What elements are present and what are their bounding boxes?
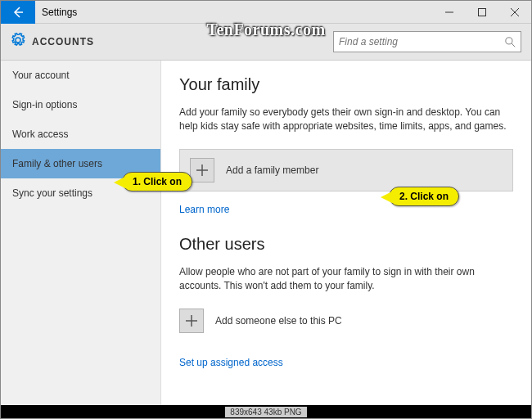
footer: 839x643 43kb PNG	[1, 405, 531, 418]
header: ACCOUNTS	[1, 24, 531, 61]
search-box[interactable]	[333, 31, 521, 52]
minimize-icon	[445, 8, 453, 16]
content: Your family Add your family so everybody…	[161, 61, 531, 405]
search-icon	[505, 37, 516, 47]
sidebar: Your account Sign-in options Work access…	[1, 61, 161, 405]
minimize-button[interactable]	[433, 1, 466, 24]
plus-icon	[190, 158, 214, 182]
callout-1: 1. Click on	[122, 172, 192, 191]
add-other-label: Add someone else to this PC	[215, 315, 342, 327]
sidebar-item-your-account[interactable]: Your account	[1, 61, 160, 90]
arrow-left-icon	[11, 6, 25, 19]
svg-rect-0	[479, 8, 486, 16]
gear-icon	[11, 33, 25, 51]
page-title: ACCOUNTS	[32, 36, 333, 47]
sidebar-item-signin-options[interactable]: Sign-in options	[1, 90, 160, 119]
your-family-heading: Your family	[179, 75, 513, 94]
window-buttons	[433, 1, 531, 24]
add-family-member-button[interactable]: Add a family member	[179, 149, 513, 191]
learn-more-link[interactable]: Learn more	[179, 204, 229, 215]
other-users-heading: Other users	[179, 235, 513, 254]
back-button[interactable]	[1, 1, 35, 24]
titlebar: Settings	[1, 1, 531, 24]
close-button[interactable]	[498, 1, 531, 24]
assigned-access-link[interactable]: Set up assigned access	[179, 357, 283, 368]
search-input[interactable]	[339, 36, 505, 47]
plus-icon	[179, 309, 204, 333]
app-title: Settings	[42, 7, 433, 18]
other-users-desc: Allow people who are not part of your fa…	[179, 265, 513, 294]
svg-point-1	[506, 37, 512, 43]
close-icon	[511, 8, 519, 16]
your-family-desc: Add your family so everybody gets their …	[179, 106, 513, 134]
maximize-icon	[478, 8, 486, 16]
sidebar-item-work-access[interactable]: Work access	[1, 119, 160, 149]
callout-2: 2. Click on	[389, 187, 459, 206]
maximize-button[interactable]	[466, 1, 498, 24]
footer-text: 839x643 43kb PNG	[225, 407, 306, 417]
add-family-label: Add a family member	[226, 164, 318, 176]
add-other-user-button[interactable]: Add someone else to this PC	[179, 309, 513, 345]
